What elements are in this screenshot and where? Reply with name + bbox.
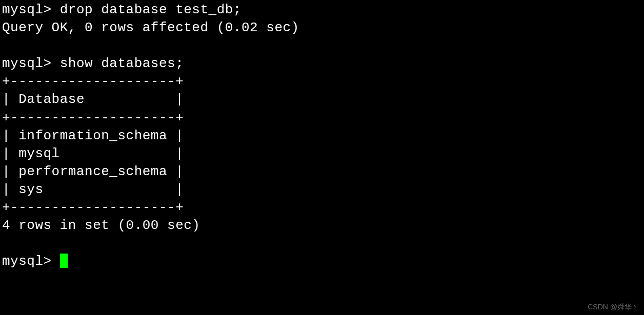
- table-row: | information_schema |: [2, 127, 642, 145]
- table-row: | mysql |: [2, 145, 642, 163]
- command-text: drop database test_db;: [60, 2, 242, 17]
- command-text: show databases;: [60, 56, 184, 71]
- table-border-mid: +--------------------+: [2, 109, 642, 127]
- watermark: CSDN @舜华丶: [588, 302, 639, 312]
- terminal-output: mysql> drop database test_db; Query OK, …: [2, 1, 642, 270]
- table-border-bottom: +--------------------+: [2, 199, 642, 217]
- cursor-icon: [60, 254, 68, 268]
- prompt: mysql>: [2, 56, 60, 71]
- prompt: mysql>: [2, 254, 60, 269]
- table-row: | sys |: [2, 181, 642, 199]
- prompt-line[interactable]: mysql>: [2, 253, 642, 270]
- result-line-1: Query OK, 0 rows affected (0.02 sec): [2, 19, 642, 37]
- table-border-top: +--------------------+: [2, 73, 642, 91]
- command-line-1: mysql> drop database test_db;: [2, 1, 642, 19]
- prompt: mysql>: [2, 2, 60, 17]
- result-line-2: 4 rows in set (0.00 sec): [2, 217, 642, 235]
- table-row: | performance_schema |: [2, 163, 642, 181]
- blank-line: [2, 235, 642, 253]
- blank-line: [2, 37, 642, 55]
- command-line-2: mysql> show databases;: [2, 55, 642, 73]
- table-header: | Database |: [2, 91, 642, 109]
